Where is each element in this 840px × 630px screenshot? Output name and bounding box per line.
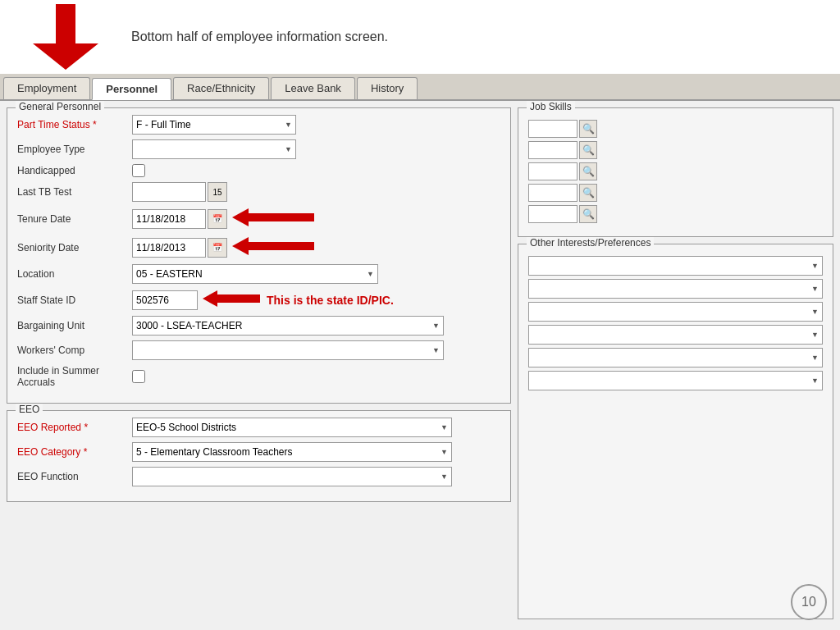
interest-select-4[interactable] [528, 325, 823, 345]
svg-marker-1 [33, 43, 98, 70]
seniority-date-arrow [232, 235, 314, 259]
eeo-category-label: EEO Category [17, 446, 132, 458]
tab-personnel[interactable]: Personnel [92, 78, 171, 100]
svg-marker-7 [203, 290, 217, 307]
tab-employment[interactable]: Employment [3, 77, 90, 99]
part-time-status-label: Part Time Status [17, 119, 132, 130]
svg-marker-5 [232, 237, 249, 255]
right-panel: Job Skills 🔍 🔍 🔍 🔍 [518, 107, 833, 619]
include-summer-row: Include in Summer Accruals [17, 365, 500, 388]
job-skills-legend: Job Skills [527, 101, 575, 112]
page-number: 10 [791, 584, 827, 620]
bargaining-unit-select[interactable]: 3000 - LSEA-TEACHER [132, 316, 444, 336]
other-interests-legend: Other Interests/Preferences [527, 237, 654, 249]
job-skills-section: Job Skills 🔍 🔍 🔍 🔍 [518, 107, 833, 237]
skill-input-4[interactable] [528, 184, 578, 202]
bargaining-unit-wrapper: 3000 - LSEA-TEACHER [132, 316, 444, 336]
interest-select-3[interactable] [528, 302, 823, 322]
eeo-category-row: EEO Category 5 - Elementary Classroom Te… [17, 442, 500, 462]
tenure-date-calendar-btn[interactable]: 📅 [208, 209, 227, 229]
part-time-status-select[interactable]: F - Full Time [132, 115, 296, 135]
interest-row-3 [528, 302, 823, 322]
seniority-date-wrapper: 📅 [132, 235, 314, 259]
handicapped-row: Handicapped [17, 164, 500, 177]
skill-search-btn-1[interactable]: 🔍 [579, 120, 597, 138]
employee-type-wrapper [132, 139, 296, 159]
interest-row-6 [528, 371, 823, 390]
svg-rect-2 [245, 213, 314, 221]
arrow-down-icon [16, 4, 115, 70]
skill-input-5[interactable] [528, 205, 578, 223]
employee-type-label: Employee Type [17, 144, 132, 155]
staff-state-id-input[interactable] [132, 290, 198, 310]
employee-type-select[interactable] [132, 139, 296, 159]
skill-row-3: 🔍 [528, 162, 823, 180]
seniority-date-input[interactable] [132, 238, 206, 258]
eeo-function-label: EEO Function [17, 471, 132, 482]
eeo-function-wrapper [132, 467, 452, 486]
location-row: Location 05 - EASTERN [17, 264, 500, 284]
staff-state-id-annotation: This is the state ID/PIC. [267, 294, 394, 307]
skill-search-btn-3[interactable]: 🔍 [579, 162, 597, 180]
last-tb-test-input[interactable] [132, 182, 206, 202]
eeo-reported-wrapper: EEO-5 School Districts [132, 418, 452, 437]
tab-history[interactable]: History [357, 77, 418, 99]
skill-input-1[interactable] [528, 120, 578, 138]
workers-comp-select[interactable] [132, 340, 444, 360]
svg-rect-0 [56, 4, 75, 43]
staff-state-id-arrow [203, 289, 260, 311]
handicapped-label: Handicapped [17, 165, 132, 176]
eeo-section: EEO EEO Reported EEO-5 School Districts … [7, 410, 511, 502]
last-tb-test-wrapper: 15 [132, 182, 227, 202]
tenure-date-input[interactable] [132, 209, 206, 229]
skill-row-2: 🔍 [528, 141, 823, 159]
interest-select-2[interactable] [528, 279, 823, 299]
tab-race-ethnicity[interactable]: Race/Ethnicity [173, 77, 269, 99]
main-content: General Personnel Part Time Status F - F… [0, 101, 840, 626]
eeo-category-select[interactable]: 5 - Elementary Classroom Teachers [132, 442, 452, 462]
location-label: Location [17, 268, 132, 280]
svg-marker-3 [232, 208, 249, 226]
annotation-area: Bottom half of employee information scre… [0, 0, 840, 74]
seniority-date-calendar-btn[interactable]: 📅 [208, 238, 227, 258]
svg-rect-4 [245, 242, 314, 250]
eeo-function-row: EEO Function [17, 467, 500, 486]
tab-leave-bank[interactable]: Leave Bank [271, 77, 355, 99]
staff-state-id-label: Staff State ID [17, 294, 132, 306]
tenure-date-row: Tenure Date 📅 [17, 207, 500, 231]
skill-row-1: 🔍 [528, 120, 823, 138]
interest-row-1 [528, 256, 823, 276]
tenure-date-wrapper: 📅 [132, 207, 314, 231]
annotation-text: Bottom half of employee information scre… [131, 30, 388, 44]
tenure-date-label: Tenure Date [17, 213, 132, 225]
interest-row-4 [528, 325, 823, 345]
skill-search-btn-4[interactable]: 🔍 [579, 184, 597, 202]
other-interests-section: Other Interests/Preferences [518, 244, 833, 619]
eeo-reported-label: EEO Reported [17, 422, 132, 433]
svg-rect-6 [214, 294, 260, 303]
workers-comp-label: Workers' Comp [17, 345, 132, 356]
eeo-reported-select[interactable]: EEO-5 School Districts [132, 418, 452, 437]
include-summer-label: Include in Summer Accruals [17, 365, 132, 388]
location-select[interactable]: 05 - EASTERN [132, 264, 378, 284]
interest-select-1[interactable] [528, 256, 823, 276]
tabs-bar: Employment Personnel Race/Ethnicity Leav… [0, 74, 840, 101]
eeo-function-select[interactable] [132, 467, 452, 486]
last-tb-test-label: Last TB Test [17, 186, 132, 198]
skill-search-btn-2[interactable]: 🔍 [579, 141, 597, 159]
skill-search-btn-5[interactable]: 🔍 [579, 205, 597, 223]
interest-row-5 [528, 348, 823, 368]
handicapped-checkbox[interactable] [132, 164, 145, 177]
skill-row-5: 🔍 [528, 205, 823, 223]
skill-input-2[interactable] [528, 141, 578, 159]
seniority-date-label: Seniority Date [17, 242, 132, 253]
skill-input-3[interactable] [528, 162, 578, 180]
skill-row-4: 🔍 [528, 184, 823, 202]
interest-select-5[interactable] [528, 348, 823, 368]
location-wrapper: 05 - EASTERN [132, 264, 378, 284]
bargaining-unit-label: Bargaining Unit [17, 320, 132, 331]
last-tb-test-calendar-btn[interactable]: 15 [208, 182, 227, 202]
include-summer-checkbox[interactable] [132, 370, 145, 383]
interest-select-6[interactable] [528, 371, 823, 390]
eeo-legend: EEO [16, 404, 43, 415]
